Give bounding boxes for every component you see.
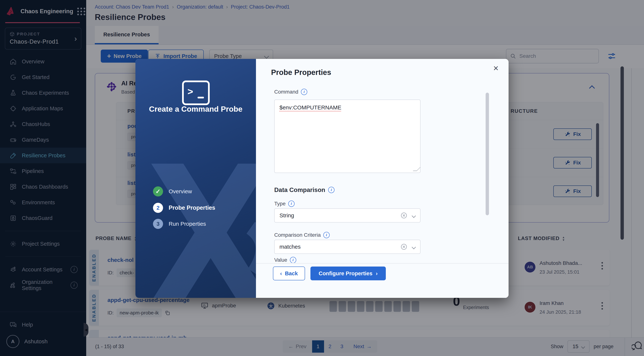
criteria-select[interactable]: matches: [274, 240, 420, 254]
back-label: Back: [285, 271, 298, 277]
data-comparison-heading: Data Comparison i: [274, 186, 334, 193]
close-icon[interactable]: ×: [493, 64, 498, 73]
chevron-down-icon[interactable]: [412, 244, 415, 250]
info-icon[interactable]: i: [288, 201, 294, 207]
type-select[interactable]: String: [274, 208, 420, 223]
wizard-title: Create a Command Probe: [136, 105, 256, 113]
command-field-label: Command i: [274, 89, 307, 95]
configure-label: Configure Properties: [319, 271, 372, 277]
wizard-step-probe-properties[interactable]: 2 Probe Properties: [153, 203, 215, 213]
wizard-panel: > Create a Command Probe ✓ Overview 2 Pr…: [136, 59, 256, 298]
info-icon[interactable]: i: [323, 232, 330, 238]
wizard-step-overview[interactable]: ✓ Overview: [153, 186, 192, 196]
command-textarea[interactable]: $env:COMPUTERNAME: [274, 99, 420, 173]
pane-title: Probe Properties: [271, 68, 331, 77]
info-icon[interactable]: i: [328, 187, 334, 193]
step-number: 3: [153, 219, 163, 229]
probe-properties-pane: × Probe Properties Command i $env:COMPUT…: [256, 59, 508, 298]
modal-scrollbar[interactable]: [486, 93, 489, 215]
harness-watermark: [136, 164, 256, 298]
footer-divider: [256, 263, 508, 264]
chevron-down-icon[interactable]: [412, 212, 415, 219]
criteria-field-label: Comparison Criteria i: [274, 232, 330, 238]
info-icon[interactable]: i: [290, 257, 296, 263]
step-label: Run Properties: [169, 221, 206, 227]
criteria-value: matches: [280, 244, 300, 250]
resize-handle[interactable]: [413, 167, 421, 171]
type-value: String: [280, 212, 294, 219]
step-label: Probe Properties: [169, 204, 215, 211]
type-field-label: Type i: [274, 201, 294, 207]
terminal-icon: >: [182, 80, 210, 105]
chevron-left-icon: ‹: [280, 271, 282, 277]
value-field-label-clipped: Value i: [274, 257, 296, 263]
clear-circle-icon[interactable]: [400, 212, 408, 219]
app-window: Chaos Engineering PROJECT Chaos-Dev-Prod…: [0, 0, 644, 356]
step-number: 2: [153, 203, 163, 213]
configure-properties-button[interactable]: Configure Properties ›: [310, 267, 386, 280]
chevron-right-icon: ›: [376, 271, 378, 277]
create-command-probe-modal: > Create a Command Probe ✓ Overview 2 Pr…: [136, 59, 508, 298]
back-button[interactable]: ‹ Back: [273, 267, 305, 280]
check-icon: ✓: [153, 186, 163, 196]
step-label: Overview: [169, 188, 192, 195]
clear-circle-icon[interactable]: [400, 243, 408, 250]
command-value: $env:COMPUTERNAME: [280, 104, 342, 110]
wizard-step-run-properties[interactable]: 3 Run Properties: [153, 219, 206, 229]
info-icon[interactable]: i: [301, 89, 307, 95]
